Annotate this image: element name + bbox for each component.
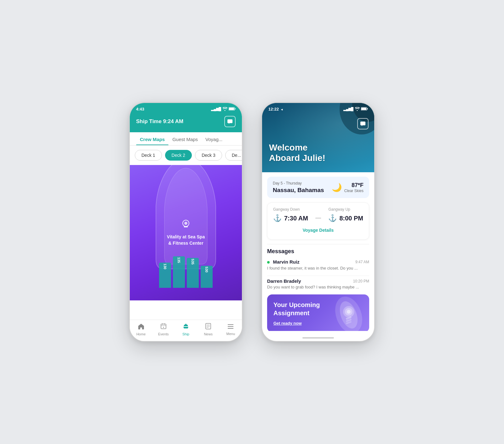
menu-icon [227,323,234,331]
assignment-card[interactable]: Your Upcoming Assignment Get ready now [267,294,369,331]
home-icon [138,323,145,331]
svg-rect-20 [367,108,368,110]
spa-icon [181,219,191,231]
nav-news-label: News [204,332,213,336]
bottom-nav: Home Events Ship News [130,320,242,341]
right-content: Day 5 - Thursday Nassau, Bahamas 🌙 87*F … [262,172,374,331]
voyage-details-link[interactable]: Voyage Details [273,225,363,235]
temp-info: 87*F Clear Skies [344,182,364,193]
nav-ship-label: Ship [182,332,189,336]
guest-maps-tab[interactable]: Guest Maps [169,132,202,145]
svg-point-3 [184,222,187,225]
events-icon [160,323,167,331]
maps-tabs: Crew Maps Guest Maps Voyag... [130,132,242,145]
gangway-down-time: ⚓ 7:30 AM [273,214,308,222]
nav-events[interactable]: Events [156,323,171,336]
left-time: 4:43 [136,107,144,111]
ship-icon [182,323,189,331]
svg-rect-2 [235,108,236,110]
weather-icon: 🌙 [332,183,342,192]
svg-rect-1 [229,108,234,110]
ship-map[interactable]: Vitality at Sea Spa & Fitness Center 130… [130,165,242,300]
wifi-icon [222,107,227,111]
weather-left: Day 5 - Thursday Nassau, Bahamas [273,181,324,194]
deck-4-button[interactable]: De... [225,150,242,161]
svg-rect-19 [361,108,366,110]
hero-text: WelcomeAboard Julie! [269,142,325,163]
voyage-tab[interactable]: Voyag... [202,132,226,145]
msg-divider [267,276,369,276]
spa-label: Vitality at Sea Spa & Fitness Center [167,234,205,246]
section-divider [267,244,369,244]
svg-point-25 [347,310,351,314]
left-header: Ship Time 9:24 AM [130,113,242,132]
ship-time-label: Ship Time 9:24 AM [136,118,183,125]
sky-condition: Clear Skies [344,189,364,193]
left-status-bar: 4:43 ▂▄▆█ [130,103,242,113]
crew-maps-tab[interactable]: Crew Maps [136,132,169,145]
left-status-icons: ▂▄▆█ [211,107,236,111]
gangway-down-label: Gangway Down [273,207,308,212]
nav-news[interactable]: News [200,323,216,336]
msg-preview-2: Do you want to grab food? I was thinking… [267,285,369,289]
nav-home[interactable]: Home [133,323,149,336]
hero-section: 12:22 ◂ ▂▄▆█ WelcomeAboard Julie! [262,103,374,172]
location-arrow: ◂ [281,108,283,111]
message-header-1: Marvin Ruiz 9:47 AM [267,259,369,265]
right-wifi-icon [355,107,360,111]
temperature: 87*F [344,182,364,189]
signal-icon: ▂▄▆█ [211,107,221,111]
deck-2-button[interactable]: Deck 2 [165,150,192,161]
msg-time-1: 9:47 AM [355,260,369,264]
nav-menu[interactable]: Menu [223,323,238,336]
deck-3-button[interactable]: Deck 3 [195,150,222,161]
right-battery-icon [361,107,368,111]
msg-preview-1: I found the steamer, it was in the close… [267,266,369,270]
msg-name-1: Marvin Ruiz [267,259,300,265]
cabin-bars: 130 135 535 530 [159,256,213,288]
nav-ship[interactable]: Ship [178,323,194,336]
time-separator: — [315,214,321,222]
header-chat-button[interactable] [224,116,236,127]
deck-selector: Deck 1 Deck 2 Deck 3 De... [130,145,242,165]
cabin-bar-535: 535 [187,258,199,288]
ship-gangway-up-icon: ⚓ [328,214,337,222]
deck-1-button[interactable]: Deck 1 [135,150,162,161]
right-status-icons: ▂▄▆█ [343,107,368,111]
right-status-bar: 12:22 ◂ ▂▄▆█ [262,103,374,113]
messages-title: Messages [267,248,369,255]
nav-home-label: Home [136,332,146,336]
phones-container: 4:43 ▂▄▆█ Ship Time 9:24 AM Crew Maps [129,102,375,342]
port-times-card: Gangway Down ⚓ 7:30 AM — Gangway Up ⚓ 8:… [267,202,369,240]
nav-events-label: Events [158,332,169,336]
msg-time-2: 10:20 PM [353,279,369,283]
message-header-2: Darren Bradely 10:20 PM [267,278,369,284]
svg-rect-4 [161,324,166,329]
weather-day: Day 5 - Thursday [273,181,324,185]
right-phone: 12:22 ◂ ▂▄▆█ WelcomeAboard Julie! [261,102,375,342]
gangway-up-label: Gangway Up [328,207,363,212]
cabin-bar-135: 135 [173,256,185,288]
gangway-up-col: Gangway Up ⚓ 8:00 PM [328,207,363,222]
message-item-2[interactable]: Darren Bradely 10:20 PM Do you want to g… [267,278,369,289]
news-icon [205,323,211,331]
msg-name-2: Darren Bradely [267,278,301,284]
get-ready-link[interactable]: Get ready now [273,321,302,326]
port-times-row: Gangway Down ⚓ 7:30 AM — Gangway Up ⚓ 8:… [273,207,363,222]
message-item-1[interactable]: Marvin Ruiz 9:47 AM I found the steamer,… [267,259,369,270]
left-phone: 4:43 ▂▄▆█ Ship Time 9:24 AM Crew Maps [129,102,243,342]
weather-right: 🌙 87*F Clear Skies [332,182,364,193]
battery-icon [229,107,236,111]
weather-location: Nassau, Bahamas [273,187,324,194]
ship-gangway-down-icon: ⚓ [273,214,282,222]
right-time: 12:22 ◂ [268,107,283,111]
home-indicator [302,337,334,339]
aerial-ship-illustration [328,294,369,331]
weather-card: Day 5 - Thursday Nassau, Bahamas 🌙 87*F … [267,177,369,198]
nav-menu-label: Menu [226,332,235,336]
gangway-up-time: ⚓ 8:00 PM [328,214,363,222]
gangway-down-col: Gangway Down ⚓ 7:30 AM [273,207,308,222]
hero-chat-button[interactable] [357,118,369,129]
cabin-bar-130: 130 [159,263,171,288]
right-signal-icon: ▂▄▆█ [343,107,353,111]
